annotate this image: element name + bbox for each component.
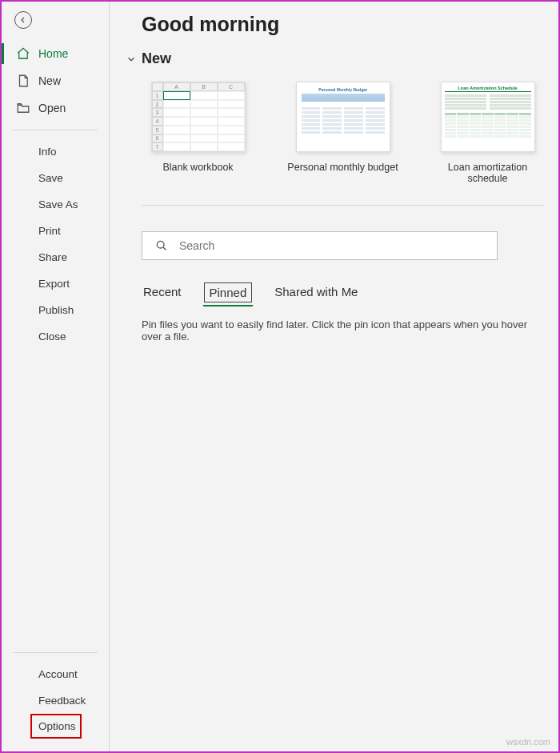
sidebar-item-label: Home <box>38 47 68 60</box>
sidebar-item-new[interactable]: New <box>2 67 109 94</box>
document-icon <box>16 74 30 88</box>
pinned-empty-hint: Pin files you want to easily find later.… <box>142 318 544 342</box>
file-tabs: Recent Pinned Shared with Me <box>142 282 544 302</box>
template-label: Blank workbook <box>142 162 254 173</box>
sidebar-item-save[interactable]: Save <box>2 165 109 191</box>
main-content: Good morning New ABC 1 2 3 4 5 6 7 Blank… <box>110 2 558 751</box>
template-label: Personal monthly budget <box>286 162 399 173</box>
page-title: Good morning <box>142 13 544 36</box>
sidebar-item-feedback[interactable]: Feedback <box>2 687 109 714</box>
sidebar-item-close[interactable]: Close <box>2 323 109 350</box>
section-new-header[interactable]: New <box>126 50 544 67</box>
svg-point-0 <box>157 241 164 248</box>
home-icon <box>16 46 30 61</box>
search-box[interactable] <box>142 231 498 260</box>
sidebar-item-label: New <box>38 74 61 87</box>
sidebar-item-options[interactable]: Options <box>30 714 82 739</box>
template-personal-budget[interactable]: Personal Monthly Budget Personal monthly… <box>286 82 399 184</box>
sidebar-item-print[interactable]: Print <box>2 218 109 244</box>
template-blank-workbook[interactable]: ABC 1 2 3 4 5 6 7 Blank workbook <box>142 82 254 184</box>
template-loan-amortization[interactable]: Loan Amortization Schedule <box>431 82 544 184</box>
sidebar-bottom: Account Feedback Options <box>2 661 109 743</box>
sidebar: Home New Open Info Save Save As Print Sh… <box>2 2 110 751</box>
sidebar-item-label: Open <box>38 102 66 114</box>
folder-open-icon <box>16 101 30 115</box>
sidebar-item-export[interactable]: Export <box>2 270 109 297</box>
templates-row: ABC 1 2 3 4 5 6 7 Blank workbook Persona… <box>142 82 544 206</box>
template-thumb: Personal Monthly Budget <box>296 82 390 152</box>
search-input[interactable] <box>179 239 484 252</box>
section-title: New <box>142 50 171 67</box>
sidebar-item-saveas[interactable]: Save As <box>2 191 109 218</box>
sidebar-item-open[interactable]: Open <box>2 94 109 122</box>
sidebar-item-share[interactable]: Share <box>2 244 109 270</box>
sidebar-item-publish[interactable]: Publish <box>2 297 109 323</box>
chevron-down-icon <box>126 54 137 65</box>
sidebar-item-info[interactable]: Info <box>2 138 109 165</box>
template-thumb: ABC 1 2 3 4 5 6 7 <box>151 82 246 152</box>
sidebar-item-home[interactable]: Home <box>2 40 109 67</box>
template-thumb: Loan Amortization Schedule <box>441 82 535 152</box>
tab-recent[interactable]: Recent <box>142 282 183 302</box>
watermark: wsxdn.com <box>506 737 550 747</box>
divider <box>13 652 98 653</box>
tab-shared[interactable]: Shared with Me <box>273 282 359 302</box>
tab-pinned[interactable]: Pinned <box>204 282 253 302</box>
back-arrow-icon <box>18 15 28 25</box>
search-icon <box>155 239 168 252</box>
sidebar-item-account[interactable]: Account <box>2 661 109 687</box>
template-label: Loan amortization schedule <box>431 162 544 184</box>
back-button[interactable] <box>14 11 32 29</box>
divider <box>13 130 98 130</box>
